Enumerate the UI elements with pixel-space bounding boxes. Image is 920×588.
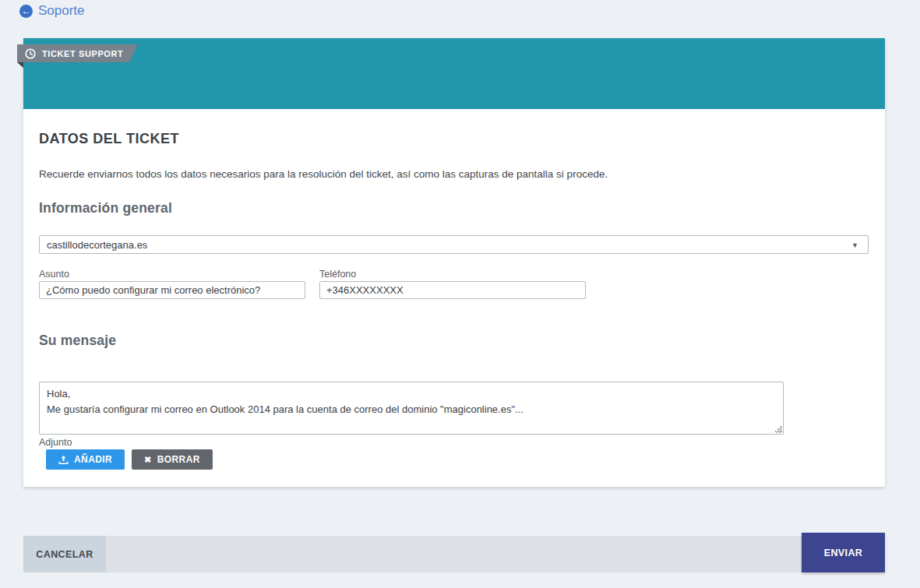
- delete-attachment-button[interactable]: ✖ BORRAR: [132, 449, 213, 470]
- attachment-label: Adjunto: [39, 437, 72, 448]
- add-button-label: AÑADIR: [74, 454, 112, 465]
- attachment-buttons: AÑADIR ✖ BORRAR: [46, 449, 213, 470]
- message-textarea[interactable]: Hola, Me gustaría configurar mi correo e…: [39, 382, 784, 435]
- message-heading: Su mensaje: [39, 333, 116, 349]
- ribbon-label: TICKET SUPPORT: [42, 49, 123, 58]
- upload-icon: [58, 455, 69, 465]
- back-arrow-icon: ←: [19, 5, 33, 18]
- general-info-heading: Información general: [39, 200, 172, 217]
- subject-label: Asunto: [39, 269, 69, 280]
- chevron-down-icon: ▼: [851, 241, 858, 249]
- back-to-support-link[interactable]: ← Soporte: [19, 3, 85, 19]
- phone-label: Teléfono: [319, 269, 356, 280]
- subject-input[interactable]: [39, 281, 305, 299]
- ticket-card-header: TICKET SUPPORT: [23, 38, 885, 109]
- delete-button-label: BORRAR: [157, 454, 200, 465]
- cancel-button[interactable]: CANCELAR: [23, 536, 106, 572]
- ticket-support-ribbon: TICKET SUPPORT: [17, 44, 137, 62]
- footer-action-bar: CANCELAR ENVIAR: [23, 536, 885, 572]
- ribbon-fold: [17, 62, 23, 68]
- phone-input[interactable]: [319, 281, 586, 299]
- domain-select-value: castillodecortegana.es: [47, 239, 147, 251]
- ticket-card: TICKET SUPPORT DATOS DEL TICKET Recuerde…: [23, 38, 885, 487]
- page-title: DATOS DEL TICKET: [39, 131, 179, 147]
- add-attachment-button[interactable]: AÑADIR: [46, 449, 125, 470]
- clock-icon: [25, 48, 36, 59]
- back-link-label: Soporte: [38, 3, 85, 19]
- close-icon: ✖: [144, 455, 152, 465]
- intro-text: Recuerde enviarnos todos los datos neces…: [39, 168, 608, 180]
- domain-select[interactable]: castillodecortegana.es ▼: [39, 235, 869, 254]
- send-button[interactable]: ENVIAR: [802, 533, 885, 572]
